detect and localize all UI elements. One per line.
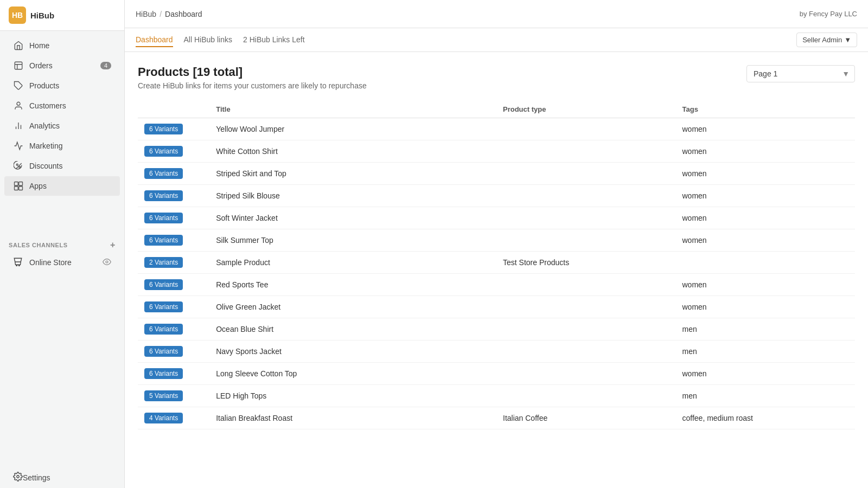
col-header-tags: Tags — [676, 101, 856, 118]
variant-badge[interactable]: 6 Variants — [144, 213, 183, 223]
variant-badge[interactable]: 6 Variants — [144, 235, 183, 246]
cell-product-type — [496, 385, 676, 407]
table-body: 6 VariantsYellow Wool Jumperwomen6 Varia… — [138, 118, 855, 429]
add-sales-channel-icon[interactable]: + — [110, 240, 116, 250]
page-select[interactable]: Page 1 Page 2 — [746, 65, 855, 82]
sidebar-item-orders[interactable]: Orders 4 — [4, 56, 120, 75]
sidebar-item-settings[interactable]: Settings — [4, 467, 120, 487]
cell-title: Sample Product — [209, 252, 496, 274]
svg-rect-10 — [15, 187, 18, 190]
table-row[interactable]: 6 VariantsNavy Sports Jacketmen — [138, 341, 855, 363]
subnav-tab-all-hibub-links[interactable]: All HiBub links — [184, 33, 232, 47]
sidebar-item-products[interactable]: Products — [4, 76, 120, 95]
table-row[interactable]: 6 VariantsWhite Cotton Shirtwomen — [138, 140, 855, 163]
cell-title: Italian Breakfast Roast — [209, 407, 496, 429]
cell-variants: 6 Variants — [138, 296, 209, 318]
table-row[interactable]: 2 VariantsSample ProductTest Store Produ… — [138, 252, 855, 274]
sidebar-item-apps[interactable]: Apps — [4, 176, 120, 196]
sales-channels-label: SALES CHANNELS — [9, 242, 68, 248]
customers-icon — [13, 100, 24, 111]
subnav-tab-hibub-links-left[interactable]: 2 HiBub Links Left — [243, 33, 305, 47]
analytics-icon — [13, 120, 24, 131]
marketing-icon — [13, 140, 24, 151]
sidebar-item-discounts[interactable]: Discounts — [4, 156, 120, 176]
variant-badge[interactable]: 6 Variants — [144, 279, 183, 290]
table-row[interactable]: 6 VariantsLong Sleeve Cotton Topwomen — [138, 363, 855, 385]
table-row[interactable]: 6 VariantsSilk Summer Topwomen — [138, 229, 855, 252]
svg-rect-0 — [15, 62, 22, 69]
variant-badge[interactable]: 6 Variants — [144, 146, 183, 157]
cell-title: Striped Silk Blouse — [209, 185, 496, 207]
eye-icon[interactable] — [103, 258, 111, 268]
table-row[interactable]: 6 VariantsStriped Skirt and Topwomen — [138, 163, 855, 185]
products-table: Title Product type Tags 6 VariantsYellow… — [138, 101, 855, 429]
sidebar-item-settings-label: Settings — [23, 473, 50, 482]
table-row[interactable]: 4 VariantsItalian Breakfast RoastItalian… — [138, 407, 855, 429]
sidebar-item-home[interactable]: Home — [4, 36, 120, 55]
svg-rect-9 — [19, 182, 23, 186]
sidebar-item-marketing-label: Marketing — [29, 142, 62, 150]
cell-tags — [676, 252, 856, 274]
svg-point-14 — [106, 261, 108, 263]
breadcrumb: HiBub / Dashboard — [136, 10, 202, 18]
products-icon — [13, 80, 24, 91]
sidebar-navigation: Home Orders 4 Products Customers — [0, 31, 124, 234]
cell-tags: women — [676, 185, 856, 207]
logo-text: HB — [12, 11, 23, 20]
home-icon — [13, 40, 24, 51]
cell-title: Olive Green Jacket — [209, 296, 496, 318]
cell-variants: 6 Variants — [138, 341, 209, 363]
variant-badge[interactable]: 6 Variants — [144, 190, 183, 201]
table-row[interactable]: 6 VariantsYellow Wool Jumperwomen — [138, 118, 855, 140]
table-row[interactable]: 6 VariantsOcean Blue Shirtmen — [138, 318, 855, 341]
variant-badge[interactable]: 6 Variants — [144, 368, 183, 379]
cell-title: Navy Sports Jacket — [209, 341, 496, 363]
table-row[interactable]: 6 VariantsSoft Winter Jacketwomen — [138, 207, 855, 229]
variant-badge[interactable]: 6 Variants — [144, 324, 183, 335]
cell-tags: women — [676, 118, 856, 140]
cell-variants: 6 Variants — [138, 140, 209, 163]
cell-product-type — [496, 274, 676, 296]
sidebar-item-marketing[interactable]: Marketing — [4, 136, 120, 156]
cell-product-type — [496, 118, 676, 140]
variant-badge[interactable]: 6 Variants — [144, 346, 183, 357]
variant-badge[interactable]: 6 Variants — [144, 124, 183, 134]
cell-variants: 4 Variants — [138, 407, 209, 429]
cell-variants: 6 Variants — [138, 229, 209, 252]
svg-rect-11 — [19, 187, 23, 190]
sidebar-item-online-store[interactable]: Online Store — [4, 253, 120, 272]
chevron-down-icon: ▼ — [844, 36, 851, 44]
cell-tags: men — [676, 318, 856, 341]
table-row[interactable]: 6 VariantsOlive Green Jacketwomen — [138, 296, 855, 318]
variant-badge[interactable]: 2 Variants — [144, 257, 183, 268]
cell-variants: 6 Variants — [138, 274, 209, 296]
svg-point-15 — [17, 476, 20, 478]
variant-badge[interactable]: 4 Variants — [144, 413, 183, 423]
apps-icon — [13, 181, 24, 191]
orders-icon — [13, 60, 24, 71]
cell-variants: 2 Variants — [138, 252, 209, 274]
table-row[interactable]: 6 VariantsStriped Silk Blousewomen — [138, 185, 855, 207]
cell-tags: women — [676, 140, 856, 163]
cell-product-type — [496, 163, 676, 185]
variant-badge[interactable]: 6 Variants — [144, 301, 183, 312]
cell-product-type — [496, 229, 676, 252]
sidebar-item-customers[interactable]: Customers — [4, 96, 120, 115]
sidebar-item-orders-label: Orders — [29, 61, 53, 70]
cell-tags: men — [676, 341, 856, 363]
settings-icon — [13, 472, 23, 483]
variant-badge[interactable]: 6 Variants — [144, 168, 183, 179]
subnav-tab-dashboard[interactable]: Dashboard — [136, 33, 173, 47]
cell-title: Silk Summer Top — [209, 229, 496, 252]
table-header: Title Product type Tags — [138, 101, 855, 118]
sidebar-logo: HB HiBub — [0, 0, 124, 31]
table-row[interactable]: 5 VariantsLED High Topsmen — [138, 385, 855, 407]
col-header-variants — [138, 101, 209, 118]
cell-product-type — [496, 207, 676, 229]
variant-badge[interactable]: 5 Variants — [144, 390, 183, 401]
cell-title: White Cotton Shirt — [209, 140, 496, 163]
table-row[interactable]: 6 VariantsRed Sports Teewomen — [138, 274, 855, 296]
seller-admin-button[interactable]: Seller Admin ▼ — [796, 33, 857, 47]
cell-variants: 6 Variants — [138, 363, 209, 385]
sidebar-item-analytics[interactable]: Analytics — [4, 116, 120, 136]
